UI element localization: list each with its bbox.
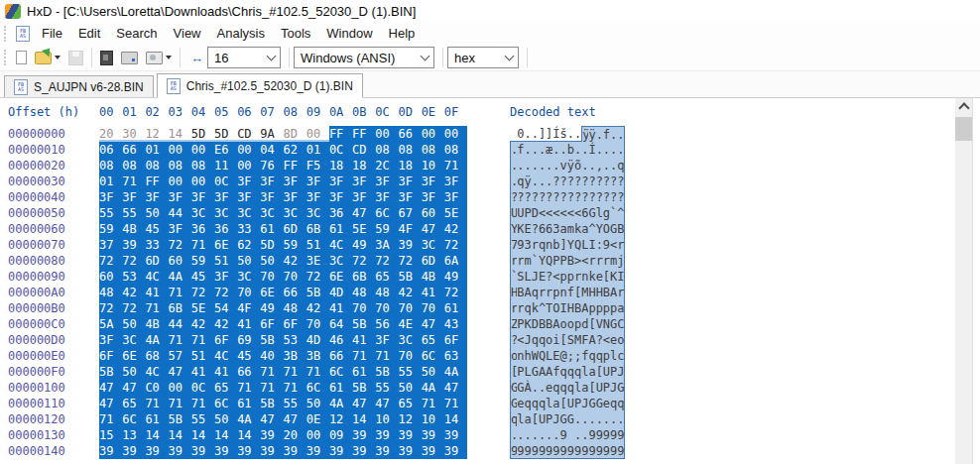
hex-byte[interactable]: 6C <box>214 396 237 411</box>
hex-byte[interactable]: 13 <box>122 427 145 443</box>
hex-byte[interactable]: 08 <box>122 158 145 174</box>
decoded-char[interactable]: 0 <box>517 126 524 142</box>
decoded-char[interactable]: C <box>617 316 624 332</box>
hex-byte[interactable]: 39 <box>352 443 375 459</box>
hex-byte[interactable]: 63 <box>444 348 467 364</box>
decoded-char[interactable]: V <box>596 316 603 332</box>
hex-byte[interactable]: 70 <box>237 285 260 300</box>
decoded-char[interactable]: . <box>546 158 552 174</box>
hex-byte[interactable]: 70 <box>306 316 329 332</box>
decoded-char[interactable]: . <box>581 411 588 427</box>
hex-byte[interactable]: 6E <box>260 285 283 300</box>
decoded-char[interactable]: J <box>532 269 539 285</box>
decoded-char[interactable]: r <box>603 253 610 269</box>
hex-byte[interactable]: 39 <box>191 443 214 459</box>
decoded-char[interactable]: . <box>552 142 559 158</box>
decoded-char[interactable]: A <box>552 316 559 332</box>
decoded-char[interactable]: q <box>524 300 531 316</box>
hex-byte[interactable]: 47 <box>422 221 444 237</box>
hex-byte[interactable]: 36 <box>191 221 214 237</box>
hex-byte[interactable]: 72 <box>375 253 398 269</box>
hex-byte[interactable]: 39 <box>284 443 306 459</box>
hex-byte[interactable]: 01 <box>145 142 168 158</box>
hex-byte[interactable]: 71 <box>169 332 191 348</box>
hex-byte[interactable]: 3F <box>398 174 421 189</box>
decoded-char[interactable]: p <box>552 285 559 300</box>
hex-byte[interactable]: 55 <box>122 205 145 221</box>
decoded-char[interactable]: 9 <box>517 237 524 253</box>
decoded-char[interactable]: > <box>574 253 581 269</box>
hex-byte[interactable]: 3F <box>99 189 122 205</box>
decoded-char[interactable]: š <box>560 126 567 142</box>
hex-byte[interactable]: 3C <box>398 332 421 348</box>
hex-byte[interactable]: 3F <box>214 269 237 285</box>
hex-byte[interactable]: 5D <box>214 126 237 142</box>
decoded-char[interactable]: ? <box>574 189 581 205</box>
hex-byte[interactable]: 71 <box>191 332 214 348</box>
hex-byte[interactable]: 3C <box>422 237 444 253</box>
decoded-char[interactable]: a <box>588 364 595 380</box>
hex-byte[interactable]: 3F <box>99 332 122 348</box>
decoded-char[interactable]: ? <box>596 174 603 189</box>
hex-byte[interactable]: 41 <box>145 285 168 300</box>
decoded-char[interactable]: 9 <box>588 427 595 443</box>
decoded-char[interactable]: ] <box>539 126 546 142</box>
hex-byte[interactable]: 70 <box>352 300 375 316</box>
decoded-char[interactable]: e <box>603 396 610 411</box>
hex-byte[interactable]: 39 <box>352 427 375 443</box>
hex-byte[interactable]: 39 <box>260 427 283 443</box>
decoded-char[interactable]: B <box>574 300 581 316</box>
decoded-char[interactable]: Y <box>567 237 574 253</box>
hex-byte[interactable]: 47 <box>352 205 375 221</box>
hex-byte[interactable]: 55 <box>99 205 122 221</box>
hex-byte[interactable]: 20 <box>99 126 122 142</box>
hex-byte[interactable]: 14 <box>169 126 191 142</box>
hex-byte[interactable]: 71 <box>237 380 260 396</box>
hex-byte[interactable]: 42 <box>444 221 467 237</box>
decoded-char[interactable]: 9 <box>567 443 574 459</box>
decoded-char[interactable]: 9 <box>510 443 517 459</box>
hex-byte[interactable]: 57 <box>169 348 191 364</box>
decoded-char[interactable]: q <box>560 380 567 396</box>
decoded-char[interactable]: p <box>567 269 574 285</box>
vertical-scrollbar[interactable] <box>955 98 972 464</box>
open-disk-image-button[interactable] <box>142 47 176 68</box>
hex-byte[interactable]: 3F <box>329 174 352 189</box>
decoded-char[interactable]: G <box>596 396 603 411</box>
hex-byte[interactable]: 70 <box>422 300 444 316</box>
tab-s-aujpn[interactable]: FBAS S_AUJPN v6-28.BIN <box>4 75 154 97</box>
decoded-char[interactable]: ? <box>574 174 581 189</box>
hex-byte[interactable]: 72 <box>122 253 145 269</box>
hex-byte[interactable]: 3F <box>398 189 421 205</box>
decoded-char[interactable]: m <box>610 253 617 269</box>
hex-byte[interactable]: 45 <box>145 221 168 237</box>
hex-byte[interactable]: 14 <box>444 411 467 427</box>
decoded-char[interactable]: [ <box>588 380 595 396</box>
decoded-char[interactable]: G <box>617 380 624 396</box>
decoded-char[interactable]: ? <box>517 189 524 205</box>
hex-byte[interactable]: 33 <box>145 237 168 253</box>
decoded-char[interactable]: Y <box>539 253 546 269</box>
hex-byte[interactable]: 72 <box>214 285 237 300</box>
decoded-char[interactable]: . <box>532 174 539 189</box>
hex-byte[interactable]: 4C <box>214 348 237 364</box>
hex-byte[interactable]: 72 <box>191 285 214 300</box>
decoded-char[interactable]: . <box>610 411 617 427</box>
hex-byte[interactable]: 55 <box>191 411 214 427</box>
hex-byte[interactable]: 42 <box>398 285 421 300</box>
decoded-char[interactable]: K <box>524 316 531 332</box>
hex-byte[interactable]: 6B <box>352 269 375 285</box>
decoded-char[interactable]: 9 <box>546 443 552 459</box>
decoded-char[interactable]: ? <box>510 189 517 205</box>
decoded-char[interactable]: l <box>546 396 552 411</box>
decoded-char[interactable]: p <box>603 348 610 364</box>
decoded-char[interactable]: I <box>588 237 595 253</box>
decoded-char[interactable]: ? <box>552 174 559 189</box>
decoded-char[interactable]: f <box>567 285 574 300</box>
hex-byte[interactable]: 08 <box>169 158 191 174</box>
decoded-char[interactable]: P <box>610 364 617 380</box>
decoded-char[interactable]: . <box>603 158 610 174</box>
hex-byte[interactable]: 47 <box>284 411 306 427</box>
hex-byte[interactable]: 47 <box>422 316 444 332</box>
hex-byte[interactable]: 39 <box>260 443 283 459</box>
